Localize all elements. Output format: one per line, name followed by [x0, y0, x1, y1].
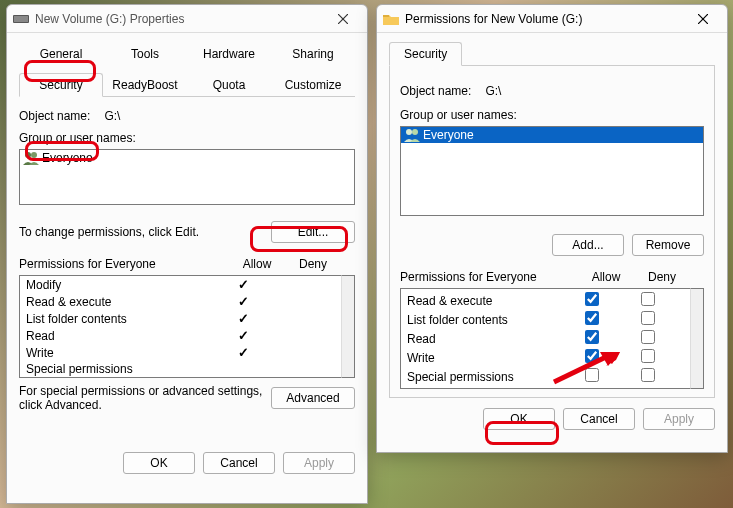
drive-icon: [13, 11, 29, 27]
tab-quota[interactable]: Quota: [187, 73, 271, 97]
group-names-label: Group or user names:: [19, 131, 136, 145]
perm-row: Special permissions: [20, 361, 341, 377]
titlebar[interactable]: Permissions for New Volume (G:): [377, 5, 727, 33]
tab-strip: General Tools Hardware Sharing: [19, 41, 355, 64]
apply-button[interactable]: Apply: [643, 408, 715, 430]
edit-button[interactable]: Edit...: [271, 221, 355, 243]
perm-allow-header: Allow: [229, 257, 285, 271]
perm-row: List folder contents: [401, 310, 690, 329]
allow-checkbox[interactable]: [585, 368, 599, 382]
svg-point-5: [31, 152, 37, 158]
cancel-button[interactable]: Cancel: [203, 452, 275, 474]
perm-deny-header: Deny: [285, 257, 341, 271]
perm-row: Modify✓: [20, 276, 341, 293]
deny-checkbox[interactable]: [641, 311, 655, 325]
remove-button[interactable]: Remove: [632, 234, 704, 256]
check-icon: ✓: [238, 345, 249, 360]
tab-strip: Security: [389, 41, 715, 66]
svg-point-10: [412, 129, 418, 135]
advanced-hint: For special permissions or advanced sett…: [19, 384, 271, 412]
perm-header-label: Permissions for Everyone: [19, 257, 229, 271]
object-name-label: Object name:: [19, 109, 90, 123]
perm-header-label: Permissions for Everyone: [400, 270, 578, 284]
svg-point-4: [25, 152, 31, 158]
perm-row: Read✓: [20, 327, 341, 344]
group-listbox[interactable]: Everyone: [19, 149, 355, 205]
perm-row: Write✓: [20, 344, 341, 361]
edit-button-label: Edit...: [298, 225, 329, 239]
tab-sharing[interactable]: Sharing: [271, 42, 355, 65]
object-name-label: Object name:: [400, 84, 471, 98]
group-name: Everyone: [42, 151, 93, 165]
check-icon: ✓: [238, 277, 249, 292]
window-title: Permissions for New Volume (G:): [405, 12, 685, 26]
scrollbar[interactable]: [690, 288, 704, 389]
perm-row: Read & execute✓: [20, 293, 341, 310]
ok-button[interactable]: OK: [483, 408, 555, 430]
allow-checkbox[interactable]: [585, 292, 599, 306]
tab-security[interactable]: Security: [19, 73, 103, 97]
check-icon: ✓: [238, 328, 249, 343]
deny-checkbox[interactable]: [641, 292, 655, 306]
perm-row: List folder contents✓: [20, 310, 341, 327]
cancel-button[interactable]: Cancel: [563, 408, 635, 430]
list-item[interactable]: Everyone: [20, 150, 354, 166]
svg-rect-1: [14, 16, 28, 22]
deny-checkbox[interactable]: [641, 330, 655, 344]
perm-row: Read & execute: [401, 291, 690, 310]
tab-strip-row2: Security ReadyBoost Quota Customize: [19, 72, 355, 97]
scrollbar[interactable]: [341, 275, 355, 378]
edit-hint: To change permissions, click Edit.: [19, 225, 271, 239]
permissions-table: Read & execute List folder contents Read…: [400, 288, 690, 389]
tab-security[interactable]: Security: [389, 42, 462, 66]
properties-window: New Volume (G:) Properties General Tools…: [6, 4, 368, 504]
tab-tools[interactable]: Tools: [103, 42, 187, 65]
close-icon: [338, 14, 348, 24]
perm-row: Write: [401, 348, 690, 367]
object-name-value: G:\: [104, 109, 120, 123]
perm-row: Special permissions: [401, 367, 690, 386]
perm-allow-header: Allow: [578, 270, 634, 284]
tab-readyboost[interactable]: ReadyBoost: [103, 73, 187, 97]
tab-general[interactable]: General: [19, 42, 103, 65]
deny-checkbox[interactable]: [641, 368, 655, 382]
list-item[interactable]: Everyone: [401, 127, 703, 143]
group-listbox[interactable]: Everyone: [400, 126, 704, 216]
window-title: New Volume (G:) Properties: [35, 12, 325, 26]
group-icon: [404, 128, 420, 142]
permissions-table: Modify✓ Read & execute✓ List folder cont…: [19, 275, 341, 378]
deny-checkbox[interactable]: [641, 349, 655, 363]
ok-button[interactable]: OK: [123, 452, 195, 474]
check-icon: ✓: [238, 311, 249, 326]
tab-customize[interactable]: Customize: [271, 73, 355, 97]
permissions-window: Permissions for New Volume (G:) Security…: [376, 4, 728, 453]
allow-checkbox[interactable]: [585, 330, 599, 344]
advanced-button[interactable]: Advanced: [271, 387, 355, 409]
svg-rect-6: [383, 15, 389, 17]
perm-deny-header: Deny: [634, 270, 690, 284]
titlebar[interactable]: New Volume (G:) Properties: [7, 5, 367, 33]
svg-point-9: [406, 129, 412, 135]
folder-icon: [383, 11, 399, 27]
tab-hardware[interactable]: Hardware: [187, 42, 271, 65]
group-icon: [23, 151, 39, 165]
check-icon: ✓: [238, 294, 249, 309]
object-name-value: G:\: [485, 84, 501, 98]
add-button[interactable]: Add...: [552, 234, 624, 256]
apply-button[interactable]: Apply: [283, 452, 355, 474]
close-button[interactable]: [325, 8, 361, 30]
perm-row: Read: [401, 329, 690, 348]
close-button[interactable]: [685, 8, 721, 30]
group-names-label: Group or user names:: [400, 108, 517, 122]
allow-checkbox[interactable]: [585, 311, 599, 325]
close-icon: [698, 14, 708, 24]
allow-checkbox[interactable]: [585, 349, 599, 363]
group-name: Everyone: [423, 128, 474, 142]
